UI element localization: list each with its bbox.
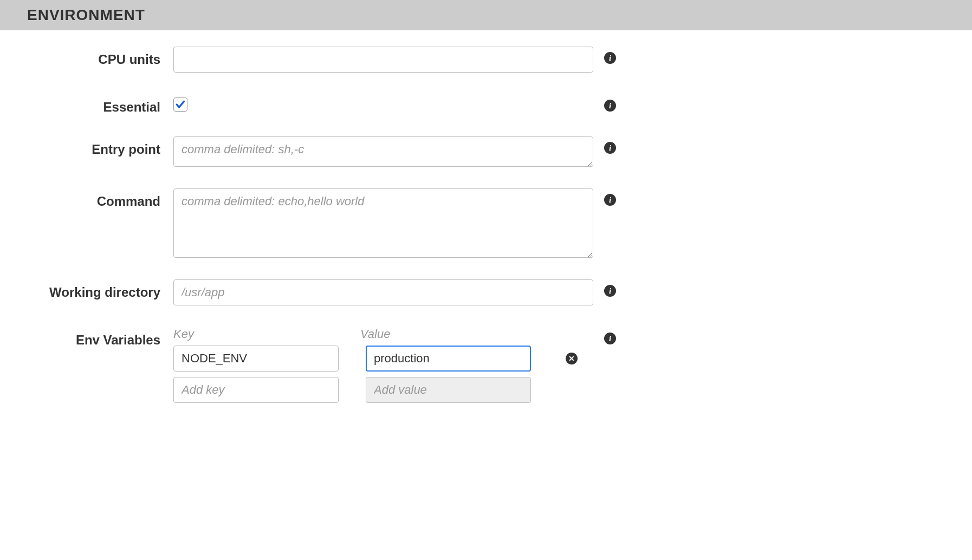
label-entry-point: Entry point bbox=[27, 136, 173, 157]
working-directory-input[interactable] bbox=[173, 279, 593, 305]
info-icon[interactable]: i bbox=[604, 142, 616, 154]
label-working-directory: Working directory bbox=[27, 279, 173, 300]
label-env-variables: Env Variables bbox=[27, 327, 173, 348]
env-var-add-row bbox=[173, 377, 593, 403]
checkmark-icon bbox=[175, 99, 186, 110]
env-key-header: Key bbox=[173, 327, 333, 341]
env-add-value-input[interactable] bbox=[366, 377, 531, 403]
env-var-row: ✕ bbox=[173, 346, 593, 372]
row-essential: Essential i bbox=[27, 94, 945, 115]
remove-env-var-icon[interactable]: ✕ bbox=[566, 353, 578, 364]
env-value-header: Value bbox=[360, 327, 520, 341]
info-icon[interactable]: i bbox=[604, 52, 616, 64]
info-icon[interactable]: i bbox=[604, 333, 616, 344]
row-command: Command i bbox=[27, 188, 945, 258]
label-essential: Essential bbox=[27, 94, 173, 115]
section-header: ENVIRONMENT bbox=[0, 0, 972, 30]
row-env-variables: Env Variables Key Value ✕ bbox=[27, 327, 945, 403]
row-entry-point: Entry point i bbox=[27, 136, 945, 167]
cpu-units-input[interactable] bbox=[173, 47, 593, 73]
env-add-key-input[interactable] bbox=[173, 377, 339, 403]
env-value-input[interactable] bbox=[366, 346, 531, 372]
label-command: Command bbox=[27, 188, 173, 209]
env-key-input[interactable] bbox=[173, 346, 339, 372]
entry-point-input[interactable] bbox=[173, 136, 593, 167]
row-working-directory: Working directory i bbox=[27, 279, 945, 305]
essential-checkbox[interactable] bbox=[173, 97, 187, 112]
command-input[interactable] bbox=[173, 188, 593, 258]
info-icon[interactable]: i bbox=[604, 285, 616, 297]
info-icon[interactable]: i bbox=[604, 194, 616, 206]
form-area: CPU units i Essential i Entry point bbox=[0, 30, 972, 446]
label-cpu-units: CPU units bbox=[27, 47, 173, 67]
row-cpu-units: CPU units i bbox=[27, 47, 945, 73]
info-icon[interactable]: i bbox=[604, 100, 616, 112]
